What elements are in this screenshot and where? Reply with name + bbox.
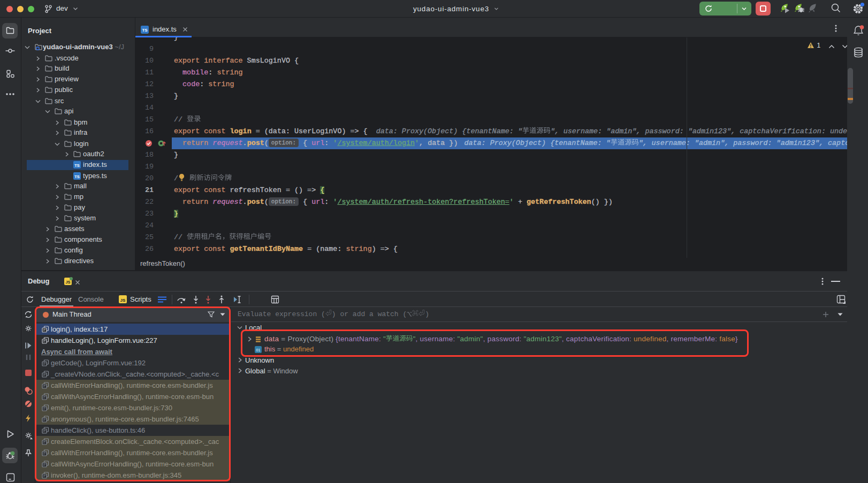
- svg-text:TS: TS: [74, 174, 80, 179]
- svg-text:TS: TS: [142, 28, 148, 33]
- svg-text:JS: JS: [65, 280, 70, 285]
- svg-text:JS: JS: [120, 298, 126, 303]
- svg-text:TS: TS: [74, 163, 80, 168]
